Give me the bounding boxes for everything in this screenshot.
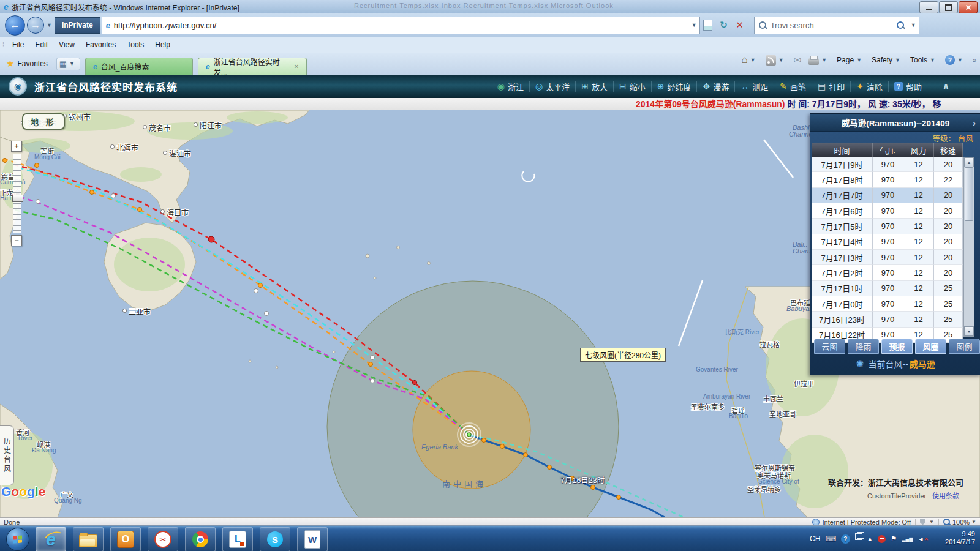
header-tool-help[interactable]: ?帮助	[888, 81, 927, 92]
map-zoom-in-button[interactable]: +	[11, 141, 22, 152]
map-zoom-out-button[interactable]: −	[11, 235, 22, 246]
forward-button[interactable]: →	[27, 17, 44, 34]
menu-item-favorites[interactable]: Favorites	[80, 38, 121, 51]
title-bar[interactable]: e 浙江省台风路径实时发布系统 - Windows Internet Explo…	[0, 0, 980, 14]
header-tool-print[interactable]: ▤打印	[812, 81, 850, 92]
search-input[interactable]: Trovi search	[771, 21, 814, 30]
command-page-button[interactable]: Page▼	[837, 56, 864, 64]
feeds-button[interactable]: ▼	[766, 55, 786, 66]
command-tools-button[interactable]: Tools▼	[910, 56, 938, 64]
table-row[interactable]: 7月17日0时9701225	[812, 296, 963, 312]
maximize-button[interactable]	[939, 1, 958, 13]
nav-history-dropdown-icon[interactable]: ▼	[47, 22, 52, 28]
keyboard-icon[interactable]: ⌨	[825, 534, 835, 543]
taskbar-app-lync[interactable]: L	[222, 527, 253, 551]
stop-button[interactable]: ✕	[732, 17, 748, 34]
table-row[interactable]: 7月17日7时9701220	[812, 188, 963, 203]
security-tray-icon[interactable]	[878, 535, 886, 543]
url-field[interactable]: e http://typhoon.zjwater.gov.cn/ ▼	[102, 17, 700, 34]
header-tool-clear[interactable]: ✦清除	[850, 81, 888, 92]
history-typhoon-tab[interactable]: 历史台风	[0, 425, 14, 485]
help-button[interactable]: ?▼	[945, 55, 965, 65]
header-tool-measure[interactable]: ↔测距	[734, 81, 774, 92]
zoom-level-text[interactable]: 100%	[952, 519, 970, 526]
map-zoom-slider-handle[interactable]	[12, 195, 23, 202]
terms-link[interactable]: 使用条款	[932, 492, 959, 500]
taskbar-clock[interactable]: 9:49 2014/7/17	[945, 530, 975, 546]
security-dropdown-icon[interactable]: ▼	[929, 519, 934, 525]
table-row[interactable]: 7月17日8时9701222	[812, 172, 963, 187]
header-tool-latlon[interactable]: ⊕经纬度	[651, 81, 697, 92]
tray-help-icon[interactable]: ?	[841, 534, 850, 544]
browser-tab-1[interactable]: e 台风_百度搜索	[85, 58, 193, 75]
panel-expand-icon[interactable]: ›	[973, 118, 976, 128]
menu-item-file[interactable]: File	[7, 38, 29, 51]
minimize-button[interactable]	[919, 1, 938, 13]
tab-label[interactable]: 台风_百度搜索	[101, 61, 149, 72]
table-row[interactable]: 7月17日1时9701225	[812, 281, 963, 296]
menu-item-help[interactable]: Help	[149, 38, 176, 51]
map-type-terrain-button[interactable]: 地 形	[22, 113, 65, 130]
panel-tab-图例[interactable]: 图例	[949, 339, 980, 354]
volume-muted-icon[interactable]: ◄✕	[918, 536, 929, 542]
taskbar-app-ie[interactable]: e	[36, 527, 66, 551]
show-hidden-icons-icon[interactable]: ▲	[867, 536, 873, 542]
home-button[interactable]: ⌂▼	[741, 54, 758, 66]
table-row[interactable]: 7月17日4时9701220	[812, 234, 963, 250]
command-safety-button[interactable]: Safety▼	[872, 56, 903, 64]
url-dropdown-icon[interactable]: ▼	[692, 22, 697, 28]
overflow-chevron-icon[interactable]: »	[973, 56, 976, 64]
table-row[interactable]: 7月17日9时9701220	[812, 157, 963, 172]
scrollbar-thumb[interactable]	[965, 167, 973, 221]
tray-window-icon[interactable]	[855, 533, 862, 540]
header-tool-zoomout[interactable]: ⊟缩小	[613, 81, 651, 92]
tab-close-icon[interactable]: ✕	[294, 63, 299, 70]
close-button[interactable]	[959, 1, 978, 13]
action-center-flag-icon[interactable]: ⚑	[891, 534, 897, 543]
refresh-button[interactable]: ↻	[716, 17, 732, 34]
read-mail-button[interactable]: ✉	[794, 54, 802, 66]
panel-tab-降雨[interactable]: 降雨	[848, 339, 879, 354]
table-row[interactable]: 7月16日23时9701225	[812, 312, 963, 327]
map-zoom-slider[interactable]	[13, 154, 21, 233]
header-tool-pen[interactable]: ✎画笔	[774, 81, 812, 92]
table-row[interactable]: 7月17日3时9701220	[812, 250, 963, 265]
print-button[interactable]: ▼	[809, 56, 829, 65]
network-icon[interactable]: ▂▄▆	[902, 536, 913, 542]
browser-tab-2-active[interactable]: e 浙江省台风路径实时发... ✕	[198, 58, 307, 75]
table-row[interactable]: 7月17日6时9701220	[812, 203, 963, 219]
url-text[interactable]: http://typhoon.zjwater.gov.cn/	[114, 21, 216, 30]
search-dropdown-icon[interactable]: ▼	[911, 22, 916, 28]
header-tool-pan[interactable]: ✥漫游	[696, 81, 734, 92]
taskbar-app-chrome[interactable]	[185, 527, 216, 551]
zoom-dropdown-icon[interactable]: ▼	[971, 519, 976, 525]
panel-tab-预报[interactable]: 预报	[881, 339, 913, 354]
table-row[interactable]: 7月17日5时9701220	[812, 219, 963, 234]
search-box[interactable]: Trovi search ▼	[754, 17, 919, 34]
scroll-up-icon[interactable]: ▲	[964, 157, 974, 167]
taskbar-app-word[interactable]: W	[297, 527, 328, 551]
compatibility-view-button[interactable]	[700, 17, 716, 34]
tab-label[interactable]: 浙江省台风路径实时发...	[214, 56, 289, 77]
menu-item-tools[interactable]: Tools	[121, 38, 149, 51]
panel-tab-云图[interactable]: 云图	[814, 339, 845, 354]
header-tool-zhejiang[interactable]: ◉浙江	[492, 81, 529, 92]
taskbar-app-outlook[interactable]: O	[110, 527, 141, 551]
taskbar-app-snipping[interactable]: ✂	[148, 527, 178, 551]
table-row[interactable]: 7月17日2时9701220	[812, 265, 963, 280]
taskbar-app-skype[interactable]: S	[260, 527, 290, 551]
menu-item-edit[interactable]: Edit	[29, 38, 53, 51]
taskbar-app-explorer[interactable]	[73, 527, 104, 551]
current-typhoon-name[interactable]: 威马逊	[910, 358, 935, 370]
toolbar-collapse-icon[interactable]: ∧	[943, 81, 949, 91]
panel-tab-风圈[interactable]: 风圈	[915, 339, 946, 354]
favorites-button[interactable]: Favorites	[17, 59, 47, 68]
quick-tabs-button[interactable]: ▦▼	[56, 58, 80, 70]
favorites-star-icon[interactable]: ★	[6, 58, 14, 69]
back-button[interactable]: ←	[5, 15, 25, 36]
menu-item-view[interactable]: View	[53, 38, 80, 51]
start-button[interactable]	[6, 528, 29, 551]
scroll-down-icon[interactable]: ▼	[964, 326, 974, 336]
search-go-icon[interactable]	[897, 21, 904, 29]
header-tool-zoomin[interactable]: ⊞放大	[575, 81, 613, 92]
